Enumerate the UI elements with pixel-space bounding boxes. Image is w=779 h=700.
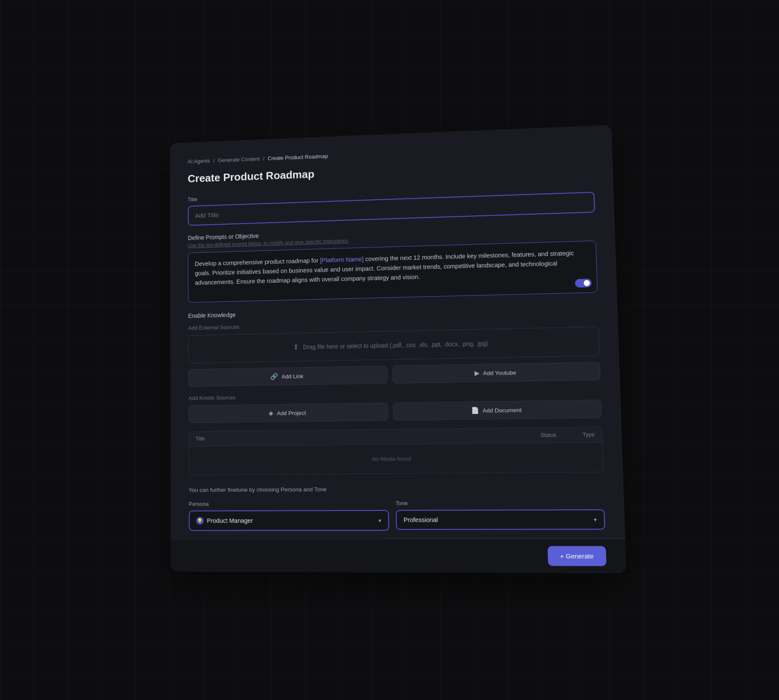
- modal-container: AI Agents / Generate Content / Create Pr…: [170, 125, 627, 573]
- table-col-status: Status: [541, 432, 556, 438]
- prompt-textarea-wrapper: Develop a comprehensive product roadmap …: [188, 240, 598, 303]
- project-icon: ◈: [268, 409, 273, 417]
- persona-label: Persona: [189, 500, 389, 507]
- generate-button[interactable]: + Generate: [547, 546, 607, 566]
- table-body: No Media found: [189, 442, 603, 474]
- tone-group: Tone Professional ▾: [395, 499, 605, 531]
- youtube-icon: ▶: [474, 369, 480, 377]
- table-col-type: Type: [583, 432, 595, 438]
- prompt-text-before: Develop a comprehensive product roadmap …: [195, 257, 320, 267]
- breadcrumb-ai-agents[interactable]: AI Agents: [188, 158, 210, 165]
- upload-icon: ⬆: [293, 342, 299, 352]
- tone-chevron-icon: ▾: [594, 516, 597, 523]
- table-col-title: Title: [196, 436, 205, 442]
- add-youtube-button[interactable]: ▶ Add Youtube: [392, 362, 601, 383]
- selects-row: Persona 💡 Product Manager ▾ Tone Profess…: [189, 499, 605, 531]
- media-table: Title Status Type No Media found: [188, 427, 603, 475]
- persona-value: Product Manager: [207, 517, 253, 524]
- add-project-label: Add Project: [277, 410, 306, 416]
- add-project-button[interactable]: ◈ Add Project: [188, 402, 388, 423]
- toggle-wrapper: [575, 278, 592, 287]
- persona-chevron-icon: ▾: [378, 517, 381, 524]
- finetune-label: You can further finetune by choosing Per…: [189, 485, 604, 493]
- tone-select[interactable]: Professional ▾: [396, 509, 605, 530]
- add-link-button[interactable]: 🔗 Add Link: [188, 366, 388, 387]
- add-document-button[interactable]: 📄 Add Document: [393, 400, 602, 420]
- tone-value: Professional: [403, 516, 438, 524]
- prompt-textarea[interactable]: Develop a comprehensive product roadmap …: [188, 241, 597, 302]
- prompt-highlight: [Platform Name]: [320, 256, 364, 264]
- kroolo-buttons-row: ◈ Add Project 📄 Add Document: [188, 400, 602, 423]
- no-media-text: No Media found: [196, 447, 596, 470]
- document-icon: 📄: [471, 407, 479, 415]
- persona-group: Persona 💡 Product Manager ▾: [189, 500, 390, 531]
- breadcrumb-current: Create Product Roadmap: [268, 153, 328, 162]
- add-document-label: Add Document: [483, 407, 522, 413]
- breadcrumb-generate-content[interactable]: Generate Content: [218, 156, 260, 163]
- upload-text: Drag file here or select to upload (.pdf…: [303, 340, 488, 350]
- add-youtube-label: Add Youtube: [483, 369, 517, 376]
- knowledge-section-title: Enable Knowledge: [188, 303, 598, 319]
- prompt-text-after: covering the next 12 months. Include key…: [195, 250, 574, 286]
- link-icon: 🔗: [271, 373, 279, 380]
- add-link-label: Add Link: [282, 373, 304, 380]
- external-buttons-row: 🔗 Add Link ▶ Add Youtube: [188, 362, 600, 386]
- bottom-bar: + Generate: [171, 538, 626, 573]
- kroolo-sources-label: Add Kroolo Sources: [188, 389, 601, 401]
- bulb-icon: 💡: [196, 517, 204, 524]
- tone-label: Tone: [395, 499, 605, 506]
- toggle-switch[interactable]: [575, 278, 592, 287]
- persona-select[interactable]: 💡 Product Manager ▾: [189, 510, 389, 531]
- upload-area[interactable]: ⬆ Drag file here or select to upload (.p…: [188, 327, 600, 364]
